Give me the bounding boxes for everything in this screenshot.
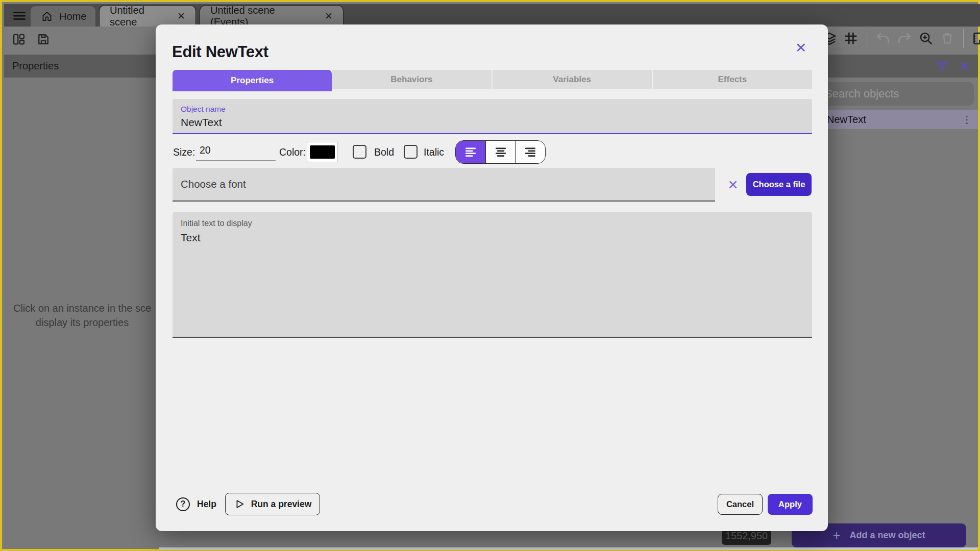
italic-checkbox[interactable] (404, 145, 418, 159)
play-icon (234, 498, 245, 510)
object-name-field[interactable]: Object name NewText (173, 99, 812, 134)
app-window: Home Untitled scene ✕ Untitled scene (Ev… (0, 0, 980, 551)
initial-text-value: Text (181, 232, 201, 244)
tab-behaviors[interactable]: Behaviors (332, 70, 492, 89)
align-center-button[interactable] (485, 141, 516, 163)
font-select-field[interactable]: Choose a font (173, 168, 715, 202)
dialog-footer: ? Help Run a preview Cancel Apply (156, 493, 828, 515)
filter-icon[interactable] (936, 60, 948, 72)
horizontal-scrollbar[interactable] (159, 547, 978, 550)
toolbar-separator (867, 29, 867, 48)
close-panel-icon[interactable]: ✕ (960, 59, 970, 73)
close-icon[interactable]: ✕ (325, 10, 333, 22)
scene-toolbar-left (10, 31, 52, 48)
edit-events-icon[interactable] (971, 30, 980, 47)
home-icon (41, 10, 53, 22)
toolbar-separator (963, 29, 964, 48)
color-picker-swatch[interactable] (307, 142, 338, 162)
cancel-button[interactable]: Cancel (718, 494, 763, 515)
apply-button[interactable]: Apply (768, 494, 813, 515)
tab-untitled-scene-events[interactable]: Untitled scene (Events) ✕ (200, 5, 344, 27)
tab-properties[interactable]: Properties (173, 70, 332, 91)
tab-label: Home (59, 11, 86, 22)
open-panels-icon[interactable] (10, 31, 28, 48)
kebab-menu-icon[interactable]: ⋮ (962, 114, 972, 126)
search-objects-input[interactable]: Search objects (817, 82, 974, 106)
close-icon[interactable]: ✕ (177, 10, 185, 22)
align-left-button[interactable] (456, 141, 485, 163)
align-right-icon (524, 145, 537, 159)
tab-untitled-scene[interactable]: Untitled scene ✕ (99, 5, 196, 27)
bold-label: Bold (374, 140, 394, 164)
align-center-icon (494, 145, 507, 159)
zoom-in-icon[interactable] (917, 30, 935, 47)
undo-icon[interactable] (874, 30, 892, 47)
size-input[interactable]: 20 (196, 140, 276, 161)
help-icon: ? (176, 497, 190, 511)
dialog-title: Edit NewText (172, 43, 268, 61)
size-label: Size: (173, 140, 195, 164)
help-button[interactable]: ? Help (176, 493, 216, 515)
object-list-item-newtext[interactable]: NewText ⋮ (808, 110, 978, 129)
trash-icon[interactable] (939, 30, 956, 47)
main-tab-bar: Home Untitled scene ✕ Untitled scene (Ev… (4, 4, 980, 27)
properties-panel: Click on an instance in the sce display … (4, 78, 160, 549)
objects-panel-header: ✕ (808, 55, 978, 78)
grid-icon[interactable] (842, 30, 860, 47)
tab-home[interactable]: Home (31, 6, 95, 27)
text-style-row: Size: 20 Color: Bold Italic (173, 140, 812, 164)
align-right-button[interactable] (515, 141, 545, 163)
choose-file-button[interactable]: Choose a file (746, 173, 812, 196)
object-name-field-label: Object name (181, 105, 226, 114)
run-preview-button[interactable]: Run a preview (225, 493, 320, 515)
object-name-field-value: NewText (181, 116, 222, 129)
initial-text-field[interactable]: Initial text to display Text (173, 212, 812, 338)
properties-empty-message: Click on an instance in the sce display … (4, 301, 160, 330)
properties-panel-header: Properties (4, 55, 160, 78)
tab-effects[interactable]: Effects (653, 70, 812, 89)
clear-font-icon[interactable]: ✕ (722, 168, 744, 202)
plus-icon: + (832, 528, 840, 543)
color-swatch-fill (310, 145, 335, 159)
close-dialog-icon[interactable]: ✕ (791, 39, 811, 57)
properties-panel-title: Properties (12, 60, 59, 72)
save-icon[interactable] (35, 31, 52, 48)
object-name-label: NewText (827, 114, 866, 126)
align-left-icon (464, 145, 477, 159)
italic-label: Italic (424, 140, 444, 164)
text-alignment-group (455, 140, 546, 164)
initial-text-label: Initial text to display (181, 219, 252, 228)
redo-icon[interactable] (896, 30, 913, 47)
tab-variables[interactable]: Variables (493, 70, 653, 89)
dialog-tabs: Properties Behaviors Variables Effects (173, 70, 812, 91)
color-label: Color: (279, 140, 306, 164)
hamburger-menu-icon[interactable] (10, 8, 29, 23)
tab-label: Untitled scene (110, 5, 168, 28)
bold-checkbox[interactable] (353, 145, 366, 159)
objects-panel: Search objects NewText ⋮ (808, 78, 978, 549)
edit-object-dialog: Edit NewText ✕ Properties Behaviors Vari… (156, 24, 828, 531)
scene-toolbar-right (821, 29, 980, 48)
